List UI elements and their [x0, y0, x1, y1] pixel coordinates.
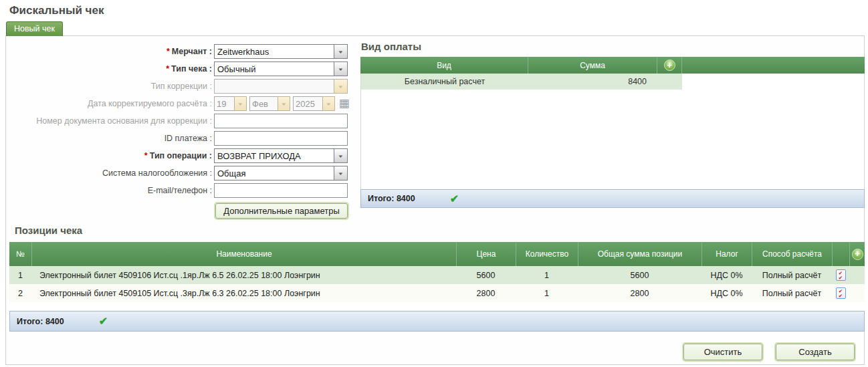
edit-attributes-icon[interactable] — [836, 269, 846, 281]
clear-button[interactable]: Очистить — [683, 344, 762, 360]
payment-id-label: ID платежа : — [7, 134, 214, 143]
position-row[interactable]: 1 Электронный билет 4509106 Ист.сц .1яр.… — [9, 266, 865, 284]
positions-col-name: Наименование — [31, 242, 456, 266]
payment-total-label: Итого: 8400 — [368, 194, 415, 203]
positions-col-price: Цена — [456, 242, 516, 266]
position-price-cell: 5600 — [456, 271, 516, 280]
merchant-label: *Мерчант : — [7, 47, 214, 56]
payment-section-title: Вид оплаты — [361, 41, 421, 52]
valid-check-icon — [450, 193, 459, 205]
positions-col-method: Способ расчёта — [752, 242, 832, 266]
tax-system-input[interactable] — [214, 166, 334, 180]
payment-col-amount: Сумма — [528, 57, 657, 74]
check-type-label: *Тип чека : — [7, 64, 214, 74]
form-row-payment-id: ID платежа : — [7, 130, 351, 147]
chevron-down-icon[interactable] — [334, 166, 348, 180]
position-total-cell: 5600 — [578, 271, 701, 280]
calendar-icon[interactable] — [338, 98, 350, 110]
chevron-down-icon — [334, 79, 348, 94]
form-row-operation-type: *Тип операции : — [7, 147, 351, 164]
position-method-cell: Полный расчёт — [752, 271, 832, 280]
payment-header-filler — [681, 57, 865, 74]
payment-id-input[interactable] — [214, 131, 348, 146]
correction-date-group — [214, 96, 350, 111]
chevron-down-icon[interactable] — [334, 148, 348, 163]
position-total-cell: 2800 — [578, 289, 701, 298]
payment-table-body: Безналичный расчет 8400 — [360, 74, 865, 189]
chevron-down-icon[interactable] — [334, 44, 348, 59]
position-tax-cell: НДС 0% — [701, 271, 752, 280]
chevron-down-icon[interactable] — [334, 62, 348, 76]
extra-params-button[interactable]: Дополнительные параметры — [215, 203, 348, 219]
create-button[interactable]: Создать — [776, 344, 855, 360]
positions-col-num: № — [9, 242, 31, 266]
position-qty-cell: 1 — [516, 271, 578, 280]
payment-add-cell — [657, 57, 681, 74]
form-row-check-type: *Тип чека : — [7, 60, 351, 78]
merchant-input[interactable] — [214, 44, 334, 59]
position-qty-cell: 1 — [516, 289, 578, 298]
correction-year-select — [293, 96, 335, 111]
position-num-cell: 2 — [9, 289, 31, 298]
merchant-select[interactable] — [214, 44, 348, 59]
correction-month-input — [249, 96, 278, 111]
position-attrs-cell — [832, 269, 849, 281]
position-name-cell: Электронный билет 4509106 Ист.сц .1яр.Лж… — [31, 271, 456, 280]
position-method-cell: Полный расчёт — [752, 289, 832, 298]
position-row[interactable]: 2 Электронный билет 4509105 Ист.сц .3яр.… — [9, 284, 865, 302]
correction-day-input — [214, 96, 234, 111]
tab-new-receipt[interactable]: Новый чек — [6, 21, 63, 36]
tax-system-select[interactable] — [214, 166, 348, 180]
position-name-cell: Электронный билет 4509105 Ист.сц .3яр.Лж… — [31, 289, 456, 298]
positions-col-tax: Налог — [701, 242, 752, 266]
edit-attributes-icon[interactable] — [836, 287, 846, 299]
positions-col-attrs — [832, 242, 849, 266]
add-payment-icon[interactable] — [664, 59, 675, 71]
form-row-correction-type: Тип коррекции : — [7, 78, 351, 95]
valid-check-icon — [99, 315, 108, 328]
check-type-select[interactable] — [214, 62, 348, 76]
page-title: Фискальный чек — [9, 4, 104, 17]
position-tax-cell: НДС 0% — [701, 289, 752, 298]
positions-col-total: Общая сумма позиции — [578, 242, 701, 266]
correction-type-label: Тип коррекции : — [7, 82, 214, 91]
positions-total-label: Итого: 8400 — [17, 317, 64, 326]
positions-total-row: Итого: 8400 — [9, 311, 865, 332]
correction-year-input — [293, 96, 322, 111]
form-row-correction-date: Дата корректируемого расчёта : — [7, 95, 351, 112]
correction-month-select — [249, 96, 290, 111]
payment-type-cell: Безналичный расчет — [361, 77, 528, 86]
correction-type-select — [214, 79, 348, 94]
correction-date-label: Дата корректируемого расчёта : — [7, 99, 214, 108]
positions-empty-space — [9, 302, 865, 311]
positions-col-qty: Количество — [516, 242, 578, 266]
position-price-cell: 2800 — [456, 289, 516, 298]
form-row-email: E-mail/телефон : — [7, 182, 351, 199]
payment-row[interactable]: Безналичный расчет 8400 — [361, 74, 682, 90]
form-row-base-doc: Номер документа основания для коррекции … — [7, 112, 351, 130]
required-marker: * — [166, 64, 169, 74]
payment-col-type: Вид — [360, 57, 528, 74]
payment-total-row: Итого: 8400 — [360, 189, 865, 208]
add-position-icon[interactable] — [852, 249, 863, 260]
base-doc-input[interactable] — [214, 114, 348, 128]
operation-type-input[interactable] — [214, 148, 334, 163]
payment-amount-cell: 8400 — [528, 77, 657, 86]
chevron-down-icon — [278, 96, 290, 111]
required-marker: * — [144, 151, 148, 160]
operation-type-label: *Тип операции : — [7, 151, 214, 160]
payment-table: Вид Сумма Безналичный расчет 8400 Итого:… — [360, 57, 865, 208]
email-input[interactable] — [214, 183, 348, 198]
operation-type-select[interactable] — [214, 148, 348, 163]
positions-table: № Наименование Цена Количество Общая сум… — [9, 242, 865, 332]
payment-table-header: Вид Сумма — [360, 57, 865, 74]
required-marker: * — [167, 47, 170, 56]
correction-day-select — [214, 96, 247, 111]
form-row-tax-system: Система налогообложения : — [7, 164, 351, 182]
positions-table-header: № Наименование Цена Количество Общая сум… — [9, 242, 865, 266]
positions-add-cell — [849, 242, 865, 266]
check-type-input[interactable] — [214, 62, 334, 76]
fiscal-receipt-screen: Фискальный чек Новый чек *Мерчант : *Тип… — [0, 0, 868, 367]
chevron-down-icon — [322, 96, 335, 111]
email-label: E-mail/телефон : — [7, 186, 214, 195]
